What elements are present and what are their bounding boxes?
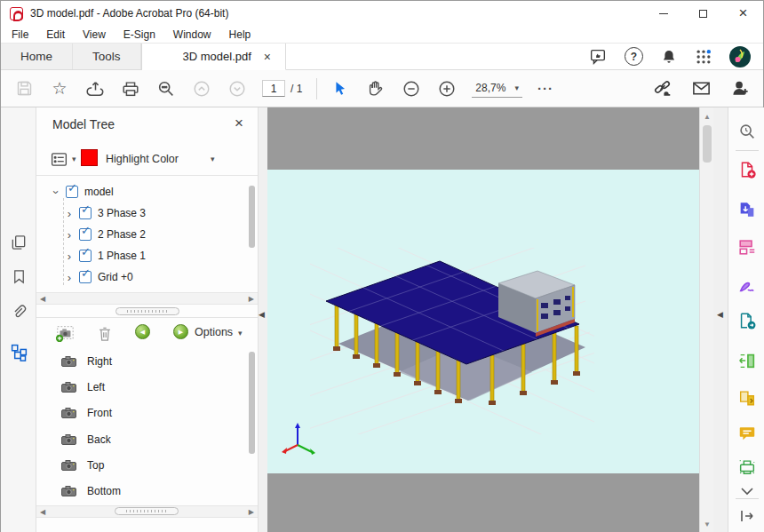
more-tools-icon[interactable]: ··· (535, 78, 556, 99)
save-icon[interactable] (13, 78, 35, 99)
tree-checkbox[interactable]: ✓ (79, 228, 92, 241)
scan-ocr-icon[interactable] (736, 457, 758, 478)
document-tab-close-icon[interactable]: × (264, 51, 271, 63)
add-view-icon[interactable] (54, 323, 76, 343)
expander-chevron-icon[interactable]: › (50, 187, 63, 197)
views-scrollbar-thumb[interactable] (249, 352, 255, 454)
bookmarks-icon[interactable] (8, 266, 29, 287)
tree-item-grid0[interactable]: › ✓ Grid +0 (36, 266, 133, 288)
menu-view[interactable]: View (83, 28, 106, 41)
menu-esign[interactable]: E-Sign (123, 28, 155, 41)
favorite-star-icon[interactable]: ☆ (49, 78, 70, 99)
menu-edit[interactable]: Edit (46, 28, 65, 41)
highlight-color-caret-icon[interactable]: ▾ (211, 155, 215, 163)
tab-tools[interactable]: Tools (73, 44, 141, 69)
comment-icon[interactable] (736, 423, 758, 444)
select-tool-icon[interactable] (330, 78, 351, 99)
scroll-right-icon[interactable]: ▶ (249, 508, 254, 516)
scroll-left-icon[interactable]: ◀ (40, 508, 45, 516)
edit-pdf-icon[interactable] (736, 236, 758, 258)
previous-view-button[interactable]: ◀ (135, 324, 150, 339)
document-canvas[interactable] (267, 107, 699, 532)
next-page-icon[interactable] (227, 78, 248, 99)
tree-horizontal-scrollbar[interactable]: ◀ ▶ (36, 292, 258, 305)
tree-item-model[interactable]: › ✓ model (36, 181, 114, 202)
tree-checkbox[interactable]: ✓ (79, 271, 92, 283)
tree-options-caret-icon[interactable]: ▾ (72, 155, 76, 163)
expander-chevron-icon[interactable]: › (64, 250, 75, 263)
search-tool-icon[interactable] (736, 121, 758, 142)
delete-view-icon[interactable] (94, 323, 115, 343)
view-item-right[interactable]: Right (61, 351, 112, 372)
scroll-left-icon[interactable]: ◀ (40, 295, 45, 303)
tree-checkbox[interactable]: ✓ (79, 207, 92, 219)
zoom-in-icon[interactable] (436, 78, 458, 99)
page-thumbnails-icon[interactable] (8, 232, 29, 253)
expander-chevron-icon[interactable]: › (64, 207, 75, 220)
views-horizontal-scrollbar[interactable]: ◀ ▶ (36, 505, 258, 518)
create-pdf-icon[interactable] (736, 159, 758, 180)
attachments-icon[interactable] (8, 301, 29, 322)
expander-chevron-icon[interactable]: › (64, 271, 75, 284)
fill-sign-icon[interactable] (736, 274, 758, 296)
next-view-button[interactable]: ▶ (173, 324, 188, 339)
add-user-icon[interactable] (729, 78, 751, 99)
help-icon[interactable]: ? (625, 47, 643, 66)
tree-checkbox[interactable]: ✓ (79, 250, 92, 262)
view-item-bottom[interactable]: Bottom (61, 480, 121, 502)
menu-file[interactable]: File (12, 28, 28, 41)
panel-close-icon[interactable]: × (235, 115, 243, 131)
view-item-top[interactable]: Top (61, 455, 104, 476)
close-button[interactable]: × (723, 1, 763, 26)
minimize-button[interactable] (643, 1, 683, 26)
organize-pages-icon[interactable] (736, 387, 758, 409)
tab-document[interactable]: 3D model.pdf × (142, 44, 287, 70)
page-number-input[interactable] (262, 80, 285, 97)
horizontal-scroll-thumb[interactable] (115, 507, 179, 515)
document-vertical-scrollbar[interactable]: ▲ ▼ (699, 107, 713, 532)
share-link-icon[interactable] (651, 78, 672, 99)
apps-grid-icon[interactable] (695, 48, 712, 66)
views-options-caret-icon[interactable]: ▾ (238, 329, 243, 337)
scroll-down-icon[interactable]: ▼ (701, 517, 713, 531)
model-tree-icon[interactable] (8, 341, 29, 362)
menu-window[interactable]: Window (173, 28, 211, 41)
notifications-bell-icon[interactable] (660, 47, 678, 67)
highlight-color-swatch[interactable] (81, 149, 98, 166)
scroll-up-icon[interactable]: ▲ (701, 109, 713, 123)
user-avatar[interactable] (729, 46, 751, 67)
previous-page-icon[interactable] (191, 78, 212, 99)
tree-scrollbar-thumb[interactable] (249, 186, 255, 248)
menu-help[interactable]: Help (229, 28, 251, 41)
view-item-left[interactable]: Left (61, 377, 105, 398)
open-tools-pane-icon[interactable] (736, 505, 758, 527)
tab-home[interactable]: Home (1, 44, 73, 69)
tree-item-phase2[interactable]: › ✓ 2 Phase 2 (36, 224, 146, 245)
views-options-button[interactable]: Options (195, 326, 233, 338)
3d-building-model[interactable] (310, 248, 594, 434)
combine-files-icon[interactable] (736, 350, 758, 371)
hand-tool-icon[interactable] (365, 78, 386, 99)
zoom-level-dropdown[interactable]: 28,7% ▾ (472, 80, 522, 98)
maximize-button[interactable] (683, 1, 723, 26)
feedback-icon[interactable] (588, 47, 608, 67)
tree-options-list-icon[interactable] (50, 150, 68, 171)
splitter-handle[interactable] (115, 307, 179, 315)
tree-item-phase1[interactable]: › ✓ 1 Phase 1 (36, 245, 146, 266)
tree-checkbox[interactable]: ✓ (66, 186, 78, 198)
request-signatures-icon[interactable] (736, 310, 758, 331)
zoom-out-icon[interactable] (401, 78, 422, 99)
print-icon[interactable] (120, 78, 141, 99)
document-scrollbar-thumb[interactable] (703, 125, 712, 163)
search-icon[interactable] (155, 78, 177, 99)
expander-chevron-icon[interactable]: › (64, 228, 75, 242)
right-pane-collapse-strip[interactable]: ◀ (713, 107, 728, 532)
share-upload-icon[interactable] (84, 78, 106, 99)
collapse-left-panel-icon[interactable]: ◀ (259, 310, 265, 319)
panel-splitter[interactable] (36, 305, 258, 317)
view-item-front[interactable]: Front (61, 402, 112, 424)
email-icon[interactable] (690, 78, 712, 99)
tree-item-phase3[interactable]: › ✓ 3 Phase 3 (36, 202, 146, 224)
expand-tools-pane-icon[interactable]: ◀ (717, 310, 723, 319)
scroll-right-icon[interactable]: ▶ (249, 295, 254, 303)
